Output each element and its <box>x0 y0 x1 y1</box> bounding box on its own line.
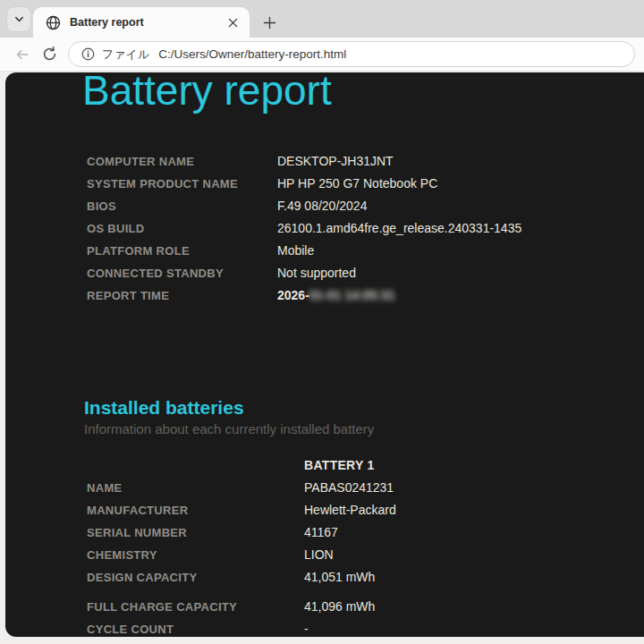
row-value: F.49 08/20/2024 <box>277 195 367 217</box>
address-url: C:/Users/Owner/battery-report.html <box>158 47 346 61</box>
header-spacer <box>87 454 304 477</box>
row-value: Not supported <box>277 262 356 284</box>
row-value: DESKTOP-JH31JNT <box>277 150 394 173</box>
info-icon[interactable] <box>81 47 95 61</box>
row-label: BIOS <box>87 195 277 217</box>
page-title: Battery report <box>82 72 644 114</box>
row-label: REPORT TIME <box>87 284 277 307</box>
table-row: SYSTEM PRODUCT NAME HP HP 250 G7 Noteboo… <box>87 173 644 195</box>
row-value: 41,051 mWh <box>304 566 375 589</box>
row-label: CYCLE COUNT <box>87 618 304 637</box>
table-row: OS BUILD 26100.1.amd64fre.ge_release.240… <box>87 217 644 240</box>
row-value: 2026-01-01 14:05:31 <box>277 284 395 307</box>
table-row: COMPUTER NAME DESKTOP-JH31JNT <box>87 150 644 173</box>
address-bar[interactable]: ファイル C:/Users/Owner/battery-report.html <box>68 41 635 67</box>
table-row: PLATFORM ROLE Mobile <box>87 240 644 262</box>
tab-strip: Battery report <box>0 0 644 38</box>
row-value: HP HP 250 G7 Notebook PC <box>277 173 437 195</box>
plus-icon <box>263 16 276 30</box>
system-info-table: COMPUTER NAME DESKTOP-JH31JNT SYSTEM PRO… <box>87 150 644 307</box>
row-label: DESIGN CAPACITY <box>87 566 304 589</box>
table-row: NAME PABAS0241231 <box>87 477 644 499</box>
row-value: 41167 <box>304 521 338 544</box>
row-value: PABAS0241231 <box>304 477 394 499</box>
row-value: Hewlett-Packard <box>304 499 396 521</box>
table-row: CYCLE COUNT - <box>87 618 644 637</box>
installed-batteries-subtitle: Information about each currently install… <box>84 419 644 439</box>
table-row: BIOS F.49 08/20/2024 <box>87 195 644 217</box>
row-value: 26100.1.amd64fre.ge_release.240331-1435 <box>277 217 521 240</box>
installed-batteries-heading: Installed batteries <box>84 396 644 419</box>
battery-column-header: BATTERY 1 <box>304 454 375 477</box>
row-label: NAME <box>87 477 304 499</box>
table-row: FULL CHARGE CAPACITY 41,096 mWh <box>87 596 644 618</box>
row-label: COMPUTER NAME <box>87 150 277 173</box>
back-button[interactable] <box>9 41 36 68</box>
row-label: MANUFACTURER <box>87 499 304 521</box>
back-arrow-icon <box>14 47 30 63</box>
browser-toolbar: ファイル C:/Users/Owner/battery-report.html <box>0 38 644 72</box>
report-time-redacted: 01-01 14:05:31 <box>309 288 395 302</box>
report-time-visible: 2026- <box>277 288 309 302</box>
table-header-row: BATTERY 1 <box>87 454 644 477</box>
table-row: DESIGN CAPACITY 41,051 mWh <box>87 566 644 589</box>
chevron-down-icon <box>13 13 25 25</box>
table-row: SERIAL NUMBER 41167 <box>87 521 644 544</box>
row-value: LION <box>304 544 334 566</box>
row-label: CHEMISTRY <box>87 544 304 566</box>
row-label: PLATFORM ROLE <box>87 240 277 262</box>
refresh-button[interactable] <box>36 41 63 68</box>
row-label: SERIAL NUMBER <box>87 521 304 544</box>
row-label: FULL CHARGE CAPACITY <box>87 596 304 618</box>
battery-report-page: Battery report COMPUTER NAME DESKTOP-JH3… <box>5 72 644 637</box>
tab-close-button[interactable] <box>225 14 241 30</box>
row-value: Mobile <box>277 240 314 262</box>
table-row: CONNECTED STANDBY Not supported <box>87 262 644 284</box>
address-scheme-label: ファイル <box>102 47 149 63</box>
close-icon <box>228 18 238 28</box>
tab-title: Battery report <box>70 16 225 29</box>
table-row-report-time: REPORT TIME 2026-01-01 14:05:31 <box>87 284 644 307</box>
refresh-icon <box>42 47 57 62</box>
tab-battery-report[interactable]: Battery report <box>33 7 250 38</box>
browser-viewport: Battery report COMPUTER NAME DESKTOP-JH3… <box>0 72 644 643</box>
row-label: CONNECTED STANDBY <box>87 262 277 284</box>
row-label: OS BUILD <box>87 217 277 240</box>
table-row: CHEMISTRY LION <box>87 544 644 566</box>
tab-search-button[interactable] <box>6 6 31 32</box>
table-row: MANUFACTURER Hewlett-Packard <box>87 499 644 521</box>
battery-table: BATTERY 1 NAME PABAS0241231 MANUFACTURER… <box>87 454 644 637</box>
new-tab-button[interactable] <box>258 11 281 34</box>
row-value: - <box>304 618 309 637</box>
globe-icon <box>46 15 61 30</box>
row-value: 41,096 mWh <box>304 596 375 618</box>
row-label: SYSTEM PRODUCT NAME <box>87 173 277 195</box>
